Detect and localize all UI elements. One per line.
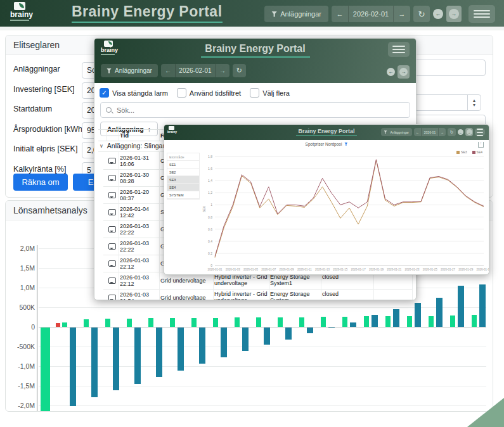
comment-icon[interactable] (108, 243, 116, 250)
chart-legend: SE3SE4 (456, 150, 482, 154)
legend-item-SE4[interactable]: SE4 (472, 150, 482, 154)
comment-icon[interactable] (108, 226, 116, 233)
bar-cumulative-year9 (242, 328, 249, 351)
stepper-up-icon: ▲ (472, 98, 477, 103)
bar-gain-year4 (127, 319, 132, 327)
filter-icon-blue[interactable] (344, 143, 347, 146)
arrow-up-icon: ↑ (148, 125, 151, 133)
bar-cumulative-year20 (479, 284, 486, 327)
list-item-se2[interactable]: SE2 (167, 169, 199, 176)
chevron-down-icon[interactable]: ∨ (100, 143, 103, 149)
bar-gain-year14 (342, 317, 347, 327)
spot-menu-button[interactable] (475, 128, 485, 136)
corner-decoration (467, 398, 504, 427)
leaf-icon (19, 3, 24, 8)
spot-filter-button[interactable]: Anläggningar (381, 128, 412, 136)
comment-icon[interactable] (108, 192, 116, 198)
redo-circle-button-active[interactable]: → (446, 6, 462, 22)
alarm-refresh-button[interactable]: ↻ (233, 64, 246, 77)
bar-loss-year1 (56, 323, 60, 327)
download-icon[interactable]: ↑ (478, 142, 484, 148)
table-row[interactable]: 2026-01-03 21:54Grid undervoltageHybrid … (103, 289, 412, 300)
list-item-se1[interactable]: SE1 (167, 161, 199, 169)
current-date[interactable]: 2026-02-01 (348, 6, 393, 22)
checkbox-label: Använd tidsfiltret (190, 89, 241, 97)
bar-gain-year18 (429, 316, 434, 327)
main-header-toolbar: Anläggningar ← 2026-02-01 → ↻ ← → (264, 5, 495, 23)
x-tick-label: 2026-01-09 (278, 268, 295, 271)
refresh-icon: ↻ (450, 130, 454, 135)
table-cell: 2026-01-04 12:42 (120, 203, 160, 220)
comment-icon[interactable] (108, 175, 116, 181)
bar-cumulative-year18 (436, 298, 443, 328)
list-item-se4[interactable]: SE4 (167, 184, 199, 191)
prev-date-button[interactable]: ← (161, 64, 175, 77)
title-underline (72, 22, 223, 23)
spot-current-date[interactable]: 2026-01 (421, 128, 438, 136)
redo-circle-button-active[interactable]: → (397, 65, 410, 79)
refresh-button[interactable]: ↻ (413, 6, 430, 22)
y-tick-label: -500K (10, 343, 35, 350)
table-cell: 2026-01-03 22:22 (120, 220, 160, 238)
checkbox-checked-icon[interactable]: ✓ (100, 88, 109, 98)
sort-anlaggning-button[interactable]: Anläggning ↑ (100, 122, 158, 136)
gridline (39, 347, 486, 347)
undo-circle-button[interactable]: ← (387, 68, 395, 76)
legend-item-SE3[interactable]: SE3 (456, 150, 467, 154)
table-cell (106, 238, 119, 255)
y-axis-label: SEK (202, 206, 206, 212)
undo-circle-button[interactable]: ← (458, 129, 463, 135)
y-tick-label: 1,2 (201, 191, 212, 194)
search-input[interactable] (115, 106, 391, 115)
next-date-button[interactable]: → (438, 128, 446, 136)
next-date-button[interactable]: → (393, 6, 410, 22)
comment-icon[interactable] (108, 277, 116, 284)
table-cell (106, 152, 119, 169)
checkbox-2[interactable]: Använd tidsfiltret (177, 88, 241, 98)
spot-chart-title: Spotpriser Nordpool (306, 142, 342, 146)
comment-icon[interactable] (108, 295, 116, 301)
x-tick-label: 2026-01-01 (206, 268, 224, 271)
spot-refresh-button[interactable]: ↻ (448, 128, 456, 136)
alarm-current-date[interactable]: 2026-02-01 (175, 64, 215, 77)
alarm-filter-button[interactable]: Anläggningar (101, 64, 158, 77)
prev-date-button[interactable]: ← (332, 6, 348, 22)
table-cell (106, 169, 119, 186)
undo-circle-button[interactable]: ← (433, 9, 443, 19)
comment-icon[interactable] (108, 158, 116, 164)
checkbox-unchecked-icon[interactable] (250, 88, 259, 98)
number-stepper[interactable]: ▲ ▼ (467, 95, 481, 110)
y-tick-label: 1,5M (10, 264, 35, 272)
recalc-button[interactable]: Räkna om (13, 174, 68, 191)
gridline (39, 366, 486, 367)
y-tick-label: -1,5M (10, 382, 35, 390)
checkbox-unchecked-icon[interactable] (177, 88, 186, 98)
table-cell (106, 255, 119, 272)
y-tick-label: -1,0M (10, 362, 35, 370)
comment-icon[interactable] (108, 209, 116, 215)
checkbox-1[interactable]: ✓Visa stängda larm (100, 88, 168, 98)
form-label: Anläggningar (13, 65, 60, 73)
bar-gain-year15 (364, 316, 369, 327)
refresh-icon: ↻ (236, 67, 242, 75)
arrow-left-icon: ← (337, 10, 344, 18)
alarm-menu-button[interactable] (388, 42, 410, 57)
bar-cumulative-year1 (70, 328, 76, 406)
menu-button[interactable] (468, 5, 495, 23)
list-item-se3[interactable]: SE3 (167, 176, 199, 184)
x-tick-label: 2026-01-03 (224, 268, 242, 271)
redo-circle-button-active[interactable]: → (465, 128, 473, 136)
bar-gain-year6 (170, 318, 175, 327)
alarm-search[interactable] (100, 102, 410, 118)
next-date-button[interactable]: → (215, 64, 229, 77)
list-item-system[interactable]: SYSTEM (167, 191, 199, 199)
table-cell: Energy Storage System (270, 289, 321, 300)
table-cell: 2026-01-03 22:12 (120, 272, 160, 289)
filter-anlaggningar-button[interactable]: Anläggningar (264, 6, 328, 22)
x-tick-label: 2026-01-19 (367, 268, 385, 271)
form-label: Startdatum (13, 105, 52, 113)
prev-date-button[interactable]: ← (414, 128, 421, 136)
checkbox-3[interactable]: Välj flera (250, 88, 290, 98)
comment-icon[interactable] (108, 260, 116, 267)
circle-arrow-right-icon: → (401, 69, 406, 75)
